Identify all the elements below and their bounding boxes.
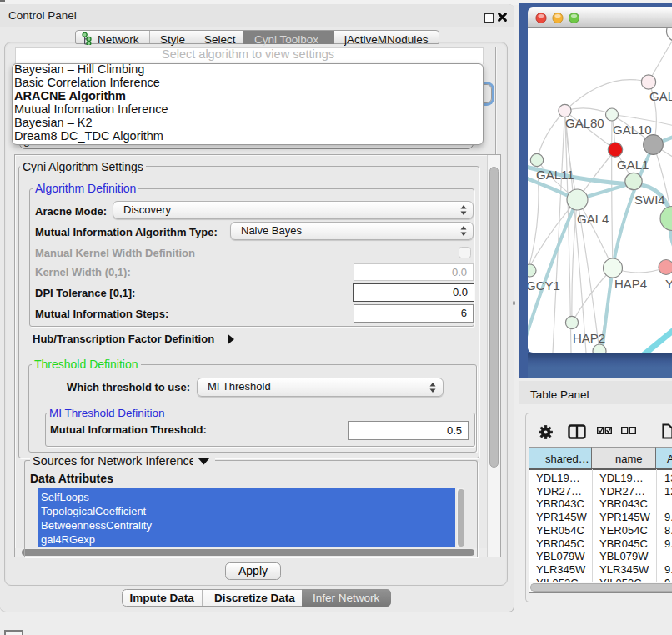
svg-text:HAP2: HAP2 (573, 331, 605, 345)
svg-text:HAP4: HAP4 (614, 277, 647, 291)
svg-text:GAL11: GAL11 (536, 168, 574, 182)
svg-text:GAL3: GAL3 (649, 89, 672, 103)
svg-text:GAL80: GAL80 (565, 116, 604, 130)
svg-text:SWI4: SWI4 (634, 192, 665, 207)
svg-text:GCY1: GCY1 (528, 278, 560, 292)
svg-text:GAL4: GAL4 (577, 212, 609, 226)
svg-text:GAL1: GAL1 (617, 158, 649, 172)
svg-text:GAL10: GAL10 (613, 122, 652, 137)
svg-text:Y: Y (665, 277, 672, 291)
